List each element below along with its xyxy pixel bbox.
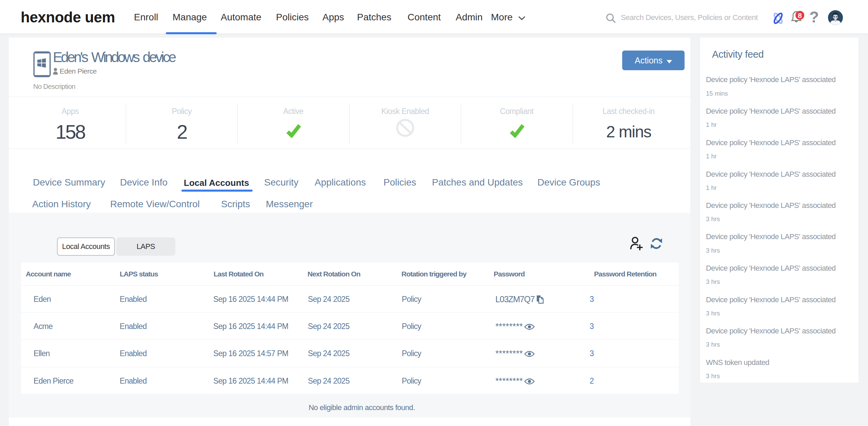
svg-text:8: 8 bbox=[798, 12, 802, 19]
